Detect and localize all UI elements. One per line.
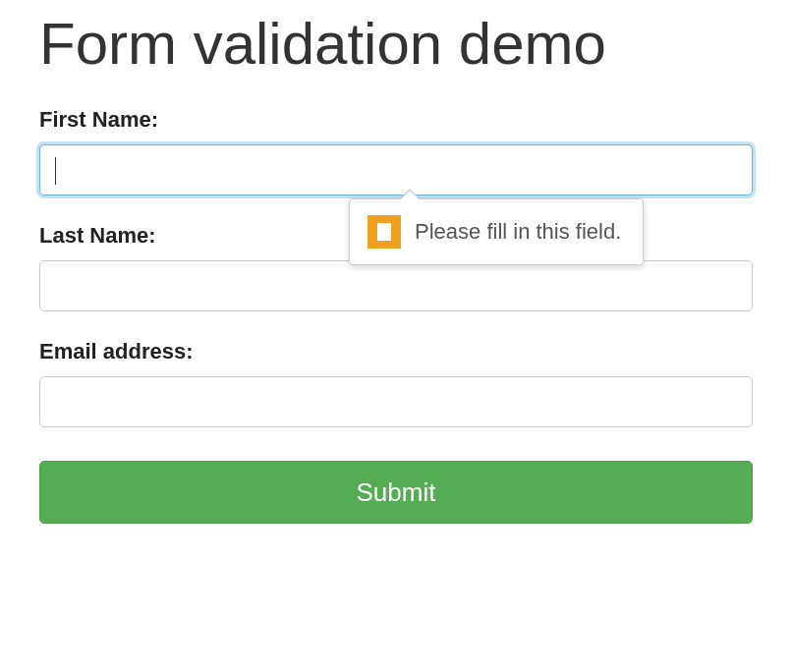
text-cursor [55, 157, 56, 185]
page-title: Form validation demo [39, 10, 753, 78]
first-name-label: First Name: [39, 107, 753, 133]
form-container: Form validation demo First Name: Last Na… [0, 0, 792, 543]
email-input[interactable] [39, 376, 753, 427]
validation-message: Please fill in this field. [415, 219, 621, 245]
last-name-input[interactable] [39, 260, 753, 311]
submit-button[interactable]: Submit [39, 461, 753, 524]
form-group-first-name: First Name: [39, 107, 753, 196]
form-group-email: Email address: [39, 339, 753, 427]
email-label: Email address: [39, 339, 753, 364]
first-name-input[interactable] [39, 144, 753, 196]
validation-form: First Name: Last Name: Email address: Su… [39, 107, 753, 524]
validation-tooltip: Please fill in this field. [349, 198, 644, 265]
warning-icon [368, 215, 401, 249]
